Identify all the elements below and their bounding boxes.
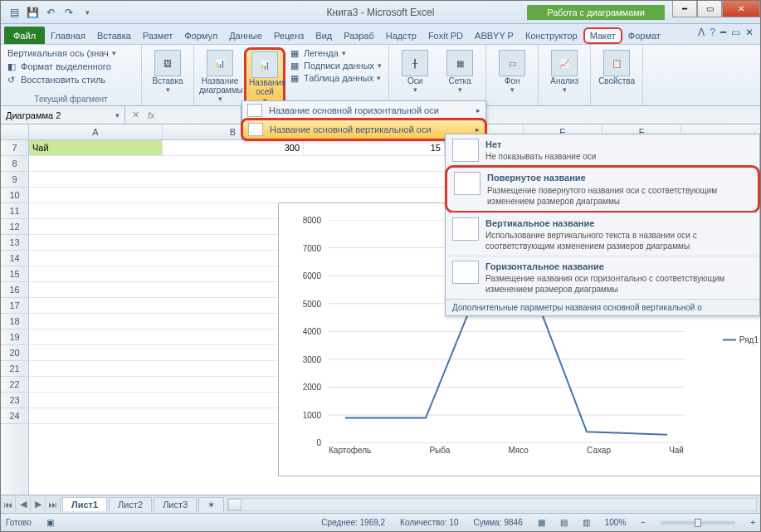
minimize-button[interactable]: ━	[672, 1, 697, 17]
row-header-17[interactable]: 17	[1, 298, 28, 314]
reset-style-button[interactable]: ↺Восстановить стиль	[6, 74, 136, 85]
sheet-tab-1[interactable]: Лист1	[62, 497, 107, 511]
sheet-nav-next[interactable]: ▶	[31, 497, 46, 512]
chart-legend[interactable]: Ряд1	[723, 335, 759, 344]
cell-B7[interactable]: 300	[163, 140, 304, 155]
background-button[interactable]: ▭Фон▾	[491, 47, 533, 105]
tab-review[interactable]: Реценз	[268, 27, 310, 44]
row-header-16[interactable]: 16	[1, 282, 28, 298]
row-header-12[interactable]: 12	[1, 219, 28, 235]
row-header-19[interactable]: 19	[1, 329, 28, 345]
gallery-rotated[interactable]: Повернутое названиеРазмещение повернутог…	[445, 165, 760, 212]
name-box[interactable]: Диаграмма 2▾	[1, 106, 125, 124]
chart-title-button[interactable]: 📊Название диаграммы▾	[199, 47, 241, 109]
gallery-none[interactable]: НетНе показывать название оси	[446, 134, 759, 166]
undo-icon[interactable]: ↶	[42, 4, 59, 21]
tab-addins[interactable]: Надстр	[380, 27, 422, 44]
cell-A7[interactable]: Чай	[29, 140, 163, 155]
row-header-9[interactable]: 9	[1, 172, 28, 188]
element-selector[interactable]: Вертикальная ось (знач▾	[6, 47, 136, 59]
legend-button[interactable]: ▦Легенда▾	[289, 47, 383, 59]
fx-icon[interactable]: fx	[148, 110, 155, 120]
row-header-13[interactable]: 13	[1, 235, 28, 251]
axis-titles-icon: 📊	[251, 51, 278, 78]
zoom-level[interactable]: 100%	[605, 518, 627, 527]
tab-layout[interactable]: Размет	[137, 27, 178, 44]
sheet-nav-first[interactable]: ⏮	[1, 497, 16, 512]
row-header-24[interactable]: 24	[1, 408, 28, 424]
format-selection-button[interactable]: ◧Формат выделенного	[6, 61, 136, 72]
maximize-button[interactable]: ▭	[697, 1, 722, 17]
row-header-15[interactable]: 15	[1, 266, 28, 282]
submenu-horizontal-axis[interactable]: Название основной горизонтальной оси▸	[242, 101, 485, 120]
new-sheet-button[interactable]: ✶	[198, 497, 224, 512]
row-header-8[interactable]: 8	[1, 156, 28, 172]
tab-design[interactable]: Конструктор	[520, 27, 583, 44]
row-header-11[interactable]: 11	[1, 203, 28, 219]
sheet-nav-last[interactable]: ⏭	[46, 497, 61, 512]
tab-developer[interactable]: Разраб	[338, 27, 380, 44]
tab-chart-format[interactable]: Формат	[622, 27, 666, 44]
wb-restore-icon[interactable]: ▭	[731, 27, 740, 38]
tab-data[interactable]: Данные	[223, 27, 268, 44]
horizontal-icon	[452, 261, 479, 284]
tab-view[interactable]: Вид	[310, 27, 338, 44]
tab-foxit[interactable]: Foxit PD	[422, 27, 469, 44]
zoom-in-button[interactable]: +	[750, 518, 755, 527]
col-header-A[interactable]: A	[29, 124, 163, 139]
macro-record-icon[interactable]: ▣	[46, 518, 54, 527]
view-page-layout-icon[interactable]: ▤	[560, 518, 568, 527]
cancel-icon[interactable]: ✕	[132, 110, 139, 120]
minimize-ribbon-icon[interactable]: ᐱ	[698, 27, 705, 38]
insert-button[interactable]: 🖼Вставка▾	[147, 47, 188, 105]
select-all-button[interactable]	[1, 124, 29, 139]
sheet-tab-2[interactable]: Лист2	[109, 497, 152, 511]
zoom-out-button[interactable]: −	[641, 518, 646, 527]
properties-button[interactable]: 📋Свойства	[596, 47, 637, 105]
wb-close-icon[interactable]: ✕	[745, 27, 754, 38]
row-header-18[interactable]: 18	[1, 314, 28, 329]
analysis-button[interactable]: 📈Анализ▾	[544, 47, 585, 105]
horizontal-scrollbar[interactable]	[227, 498, 757, 511]
row-header-20[interactable]: 20	[1, 345, 28, 361]
help-icon[interactable]: ?	[710, 27, 715, 38]
cell-C7[interactable]: 15	[304, 140, 445, 155]
gallery-vertical[interactable]: Вертикальное названиеИспользование верти…	[446, 212, 759, 256]
row-header-22[interactable]: 22	[1, 377, 28, 393]
tab-insert[interactable]: Вставка	[91, 27, 137, 44]
row-header-14[interactable]: 14	[1, 251, 28, 266]
row-header-10[interactable]: 10	[1, 188, 28, 203]
picture-icon: 🖼	[154, 50, 181, 76]
tab-home[interactable]: Главная	[45, 27, 91, 44]
tab-formulas[interactable]: Формул	[178, 27, 223, 44]
view-page-break-icon[interactable]: ▥	[583, 518, 590, 527]
row-header-7[interactable]: 7	[1, 140, 28, 156]
tab-file[interactable]: Файл	[4, 27, 45, 44]
data-labels-button[interactable]: ▦Подписи данных▾	[289, 60, 383, 71]
wb-minimize-icon[interactable]: ━	[720, 27, 726, 38]
excel-icon[interactable]: ▤	[6, 4, 22, 21]
redo-icon[interactable]: ↷	[61, 4, 77, 21]
view-normal-icon[interactable]: ▦	[538, 518, 545, 527]
status-sum: Сумма: 9846	[474, 518, 523, 527]
rotated-icon	[454, 172, 481, 195]
format-icon: ◧	[7, 61, 17, 71]
row-header-21[interactable]: 21	[1, 361, 28, 377]
sheet-tabs-bar: ⏮ ◀ ▶ ⏭ Лист1 Лист2 Лист3 ✶	[1, 495, 760, 513]
qat-dropdown-icon[interactable]: ▾	[79, 4, 95, 21]
sheet-tab-3[interactable]: Лист3	[154, 497, 197, 511]
axis-titles-button[interactable]: 📊Названия осей▾	[244, 47, 285, 109]
gallery-more-options[interactable]: Дополнительные параметры названия основн…	[446, 299, 759, 315]
zoom-slider[interactable]	[661, 521, 735, 525]
row-header-23[interactable]: 23	[1, 393, 28, 408]
statusbar: Готово ▣ Среднее: 1969,2 Количество: 10 …	[1, 513, 760, 531]
gridlines-button[interactable]: ▦Сетка▾	[439, 47, 481, 105]
axes-button[interactable]: ╂Оси▾	[394, 47, 436, 105]
save-icon[interactable]: 💾	[24, 4, 41, 21]
gallery-horizontal[interactable]: Горизонтальное названиеРазмещение назван…	[446, 256, 759, 299]
close-button[interactable]: ✕	[722, 1, 760, 17]
sheet-nav-prev[interactable]: ◀	[16, 497, 31, 512]
data-table-button[interactable]: ▦Таблица данных▾	[289, 72, 383, 84]
tab-abbyy[interactable]: ABBYY P	[469, 27, 520, 44]
tab-chart-layout[interactable]: Макет	[583, 27, 622, 44]
